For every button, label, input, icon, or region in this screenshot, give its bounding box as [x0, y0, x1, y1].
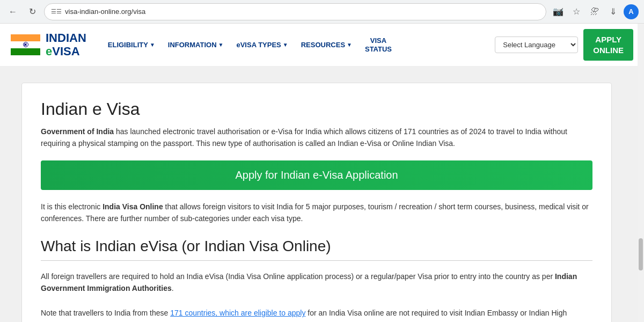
navbar: ✖ INDIAN eVISA ELIGIBILITY ▼ INFORMATION… — [0, 24, 644, 67]
logo-visa: VISA — [52, 45, 79, 58]
address-bar[interactable]: ☰☰ visa-indian-online.org/visa — [44, 3, 546, 20]
download-icon[interactable]: ⇓ — [605, 4, 620, 19]
body-paragraph-3: Note that travellers to India from these… — [41, 307, 592, 322]
logo-text: INDIAN eVISA — [46, 32, 86, 57]
section-title: What is Indian eVisa (or Indian Visa Onl… — [41, 238, 592, 255]
india-visa-online-bold: India Visa Online — [103, 202, 163, 211]
nav-eligibility[interactable]: ELIGIBILITY ▼ — [103, 36, 160, 53]
logo-e: e — [46, 45, 52, 58]
intro-bold: Government of India — [41, 127, 114, 136]
scrollbar-thumb[interactable] — [639, 238, 643, 270]
nav-resources[interactable]: RESOURCES ▼ — [296, 36, 357, 53]
intro-text: has launched electronic travel authorisa… — [41, 127, 567, 148]
main-background: Indian e Visa Government of India has la… — [0, 67, 644, 322]
resources-arrow: ▼ — [347, 42, 352, 48]
nav-evisa-types[interactable]: eVISA TYPES ▼ — [231, 36, 293, 53]
apply-banner[interactable]: Apply for Indian e-Visa Application — [41, 160, 592, 190]
camera-off-icon[interactable]: 📷̸ — [551, 4, 566, 19]
intro-paragraph: Government of India has launched electro… — [41, 126, 592, 150]
browser-chrome: ← ↻ ☰☰ visa-indian-online.org/visa 📷̸ ☆ … — [0, 0, 644, 24]
bookmark-icon[interactable]: ☆ — [569, 4, 584, 19]
eligibility-arrow: ▼ — [150, 42, 155, 48]
scrollbar[interactable] — [638, 24, 644, 322]
evisa-types-arrow: ▼ — [283, 42, 288, 48]
flag-green — [11, 48, 40, 55]
apply-online-button[interactable]: APPLY ONLINE — [583, 29, 633, 61]
flag-orange — [11, 34, 40, 41]
reload-button[interactable]: ↻ — [25, 4, 40, 19]
nav-right: Select LanguageEnglishFrenchSpanishGerma… — [495, 29, 633, 61]
extension-icon[interactable]: ⛈ — [587, 4, 602, 19]
nav-visa-status[interactable]: VISA STATUS — [360, 32, 397, 57]
content-card: Indian e Visa Government of India has la… — [21, 83, 612, 322]
profile-avatar[interactable]: A — [624, 4, 639, 19]
logo-area: ✖ INDIAN eVISA — [11, 32, 86, 57]
browser-actions: 📷̸ ☆ ⛈ ⇓ A — [551, 4, 639, 19]
india-flag: ✖ — [11, 34, 40, 56]
flag-chakra: ✖ — [23, 42, 28, 47]
eligible-countries-link[interactable]: 171 countries, which are eligible to app… — [170, 309, 305, 317]
nav-items: ELIGIBILITY ▼ INFORMATION ▼ eVISA TYPES … — [103, 32, 490, 57]
body-paragraph-2: All foreign travellers are required to h… — [41, 270, 592, 295]
logo-evisa: eVISA — [46, 45, 86, 58]
nav-information[interactable]: INFORMATION ▼ — [163, 36, 229, 53]
section-divider — [41, 260, 592, 261]
information-arrow: ▼ — [218, 42, 224, 48]
page-title: Indian e Visa — [41, 99, 592, 119]
language-select[interactable]: Select LanguageEnglishFrenchSpanishGerma… — [495, 36, 578, 53]
back-button[interactable]: ← — [5, 4, 20, 19]
apply-banner-text: Apply for Indian e-Visa Application — [235, 169, 398, 181]
body-paragraph-1: It is this electronic India Visa Online … — [41, 201, 592, 225]
flag-white: ✖ — [11, 41, 40, 48]
site-icon: ☰☰ — [51, 8, 62, 15]
url-text: visa-indian-online.org/visa — [65, 8, 145, 16]
logo-indian: INDIAN — [46, 32, 86, 45]
